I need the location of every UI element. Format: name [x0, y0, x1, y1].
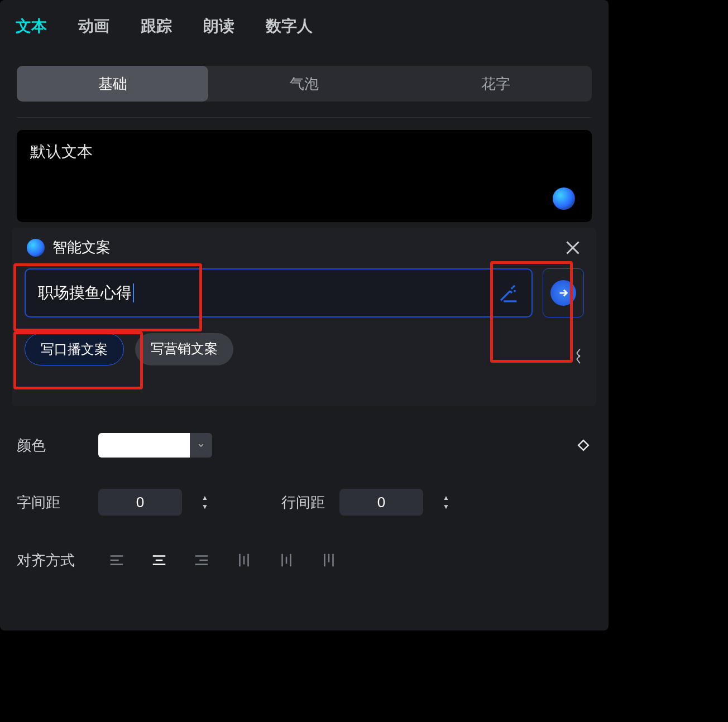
chevron-down-icon[interactable]: ▼: [438, 503, 454, 510]
svg-rect-0: [578, 440, 588, 450]
align-buttons: [98, 547, 347, 574]
sub-tabs: 基础 气泡 花字: [17, 66, 592, 102]
submit-button[interactable]: [543, 268, 584, 317]
color-row: 颜色: [17, 430, 592, 461]
text-caret: [133, 283, 134, 302]
smart-copy-title: 智能文案: [52, 238, 111, 257]
keyframe-diamond-icon[interactable]: [575, 437, 592, 454]
align-left-button[interactable]: [98, 547, 135, 574]
tab-text[interactable]: 文本: [16, 16, 47, 37]
color-swatch[interactable]: [98, 433, 190, 458]
ai-orb-icon[interactable]: [553, 187, 575, 210]
subtab-bubble[interactable]: 气泡: [208, 66, 400, 102]
align-right-button[interactable]: [183, 547, 220, 574]
align-vertical-center-button[interactable]: [268, 547, 305, 574]
prompt-chips: 写口播文案 写营销文案: [25, 333, 584, 365]
align-vert-center-icon: [278, 552, 295, 569]
close-button[interactable]: [563, 238, 583, 258]
subtab-basic[interactable]: 基础: [17, 66, 208, 102]
text-placeholder: 默认文本: [30, 143, 93, 160]
magic-wand-icon[interactable]: [498, 282, 520, 304]
align-left-icon: [108, 552, 125, 569]
side-handle-icon[interactable]: [573, 346, 585, 368]
smart-copy-header: 智能文案: [25, 238, 584, 257]
text-panel: 文本 动画 跟踪 朗读 数字人 基础 气泡 花字 默认文本 智能文案 职场摸鱼心…: [0, 0, 609, 630]
letter-spacing-label: 字间距: [17, 493, 84, 512]
line-spacing-spinner[interactable]: ▲ ▼: [438, 489, 454, 516]
align-vert-right-icon: [320, 552, 337, 569]
align-label: 对齐方式: [17, 551, 84, 570]
line-spacing-label: 行间距: [281, 493, 325, 512]
spacing-row: 字间距 0 ▲ ▼ 行间距 0 ▲ ▼: [17, 487, 592, 518]
color-label: 颜色: [17, 436, 84, 455]
align-row: 对齐方式: [17, 545, 592, 576]
prompt-text: 职场摸鱼心得: [38, 282, 132, 304]
prompt-row: 职场摸鱼心得: [25, 268, 584, 317]
tab-animation[interactable]: 动画: [78, 16, 109, 37]
chevron-down-icon[interactable]: ▼: [197, 503, 213, 510]
line-spacing-input[interactable]: 0: [339, 489, 423, 516]
text-input-area[interactable]: 默认文本: [17, 130, 592, 222]
chip-broadcast[interactable]: 写口播文案: [25, 333, 124, 365]
align-vertical-left-button[interactable]: [226, 547, 262, 574]
divider: [17, 117, 592, 118]
letter-spacing-input[interactable]: 0: [98, 489, 182, 516]
align-center-button[interactable]: [141, 547, 178, 574]
chevron-up-icon[interactable]: ▲: [197, 494, 213, 501]
subtab-fancy[interactable]: 花字: [400, 66, 592, 102]
tab-avatar[interactable]: 数字人: [266, 16, 313, 37]
prompt-input[interactable]: 职场摸鱼心得: [25, 268, 533, 317]
tab-read[interactable]: 朗读: [203, 16, 234, 37]
smart-copy-panel: 智能文案 职场摸鱼心得 写口播文案 写营销文案: [12, 228, 596, 406]
chevron-down-icon: [197, 441, 205, 450]
chip-marketing[interactable]: 写营销文案: [135, 333, 233, 365]
color-dropdown[interactable]: [190, 433, 212, 458]
letter-spacing-spinner[interactable]: ▲ ▼: [197, 489, 213, 516]
align-center-icon: [151, 552, 167, 569]
align-vertical-right-button[interactable]: [310, 547, 347, 574]
align-vert-left-icon: [236, 552, 252, 569]
align-right-icon: [193, 552, 210, 569]
arrow-right-icon: [550, 280, 576, 306]
top-tabs: 文本 动画 跟踪 朗读 数字人: [0, 0, 609, 50]
close-icon: [563, 238, 583, 258]
tab-track[interactable]: 跟踪: [141, 16, 172, 37]
chevron-up-icon[interactable]: ▲: [438, 494, 454, 501]
ai-orb-small-icon: [27, 239, 45, 257]
